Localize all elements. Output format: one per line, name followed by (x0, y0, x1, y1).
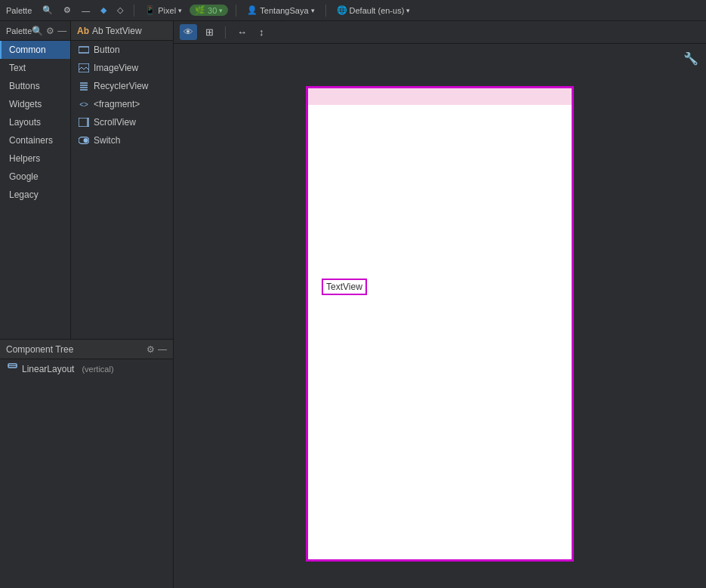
component-tree-title: Component Tree (6, 344, 73, 355)
v-arrows-button[interactable]: ↕ (255, 24, 268, 40)
tree-item-badge: (vertical) (82, 365, 113, 374)
component-item-button[interactable]: Button (71, 41, 173, 59)
component-list-header: Ab Ab TextView (71, 21, 173, 41)
component-item-switch[interactable]: Switch (71, 131, 173, 149)
active-icon: ◆ (100, 5, 106, 15)
screwdriver-icon[interactable]: 🔧 (683, 51, 698, 66)
search-icon: 🔍 (42, 5, 53, 15)
palette-item-layouts[interactable]: Layouts (0, 113, 70, 131)
arrows-v-icon: ↕ (259, 26, 264, 38)
svg-rect-1 (79, 63, 89, 72)
canvas-content: 🔧 TextView (174, 44, 706, 588)
arrows-h-icon: ↔ (237, 26, 247, 38)
recyclerview-icon (79, 81, 89, 91)
palette-item-common[interactable]: Common (0, 41, 70, 59)
palette-item-label: Containers (9, 135, 53, 146)
palette-item-helpers[interactable]: Helpers (0, 149, 70, 168)
fragment-icon: <> (79, 99, 89, 109)
palette-item-legacy[interactable]: Legacy (0, 186, 70, 204)
top-toolbar: Palette 🔍 ⚙ — ◆ ◇ 📱 Pixel ▾ 🌿 30 ▾ 👤 Ten… (0, 0, 706, 21)
account-label: TentangSaya (260, 6, 308, 15)
main-layout: Palette 🔍 ⚙ — Common Text Buttons (0, 21, 706, 588)
right-area: 👁 ⊞ ↔ ↕ 🔧 TextView (174, 21, 706, 588)
eye-icon: 👁 (183, 26, 193, 38)
api-icon: 🌿 (195, 5, 205, 15)
palette-item-label: Common (9, 45, 46, 55)
canvas-toolbar: 👁 ⊞ ↔ ↕ (174, 21, 706, 44)
design-view-button[interactable]: 👁 (180, 24, 197, 40)
active-view-button[interactable]: ◆ (97, 4, 109, 17)
palette-item-label: Widgets (9, 99, 42, 109)
palette-item-widgets[interactable]: Widgets (0, 95, 70, 113)
palette-item-label: Buttons (9, 81, 40, 91)
blueprint-view-button[interactable]: ⊞ (202, 24, 217, 40)
palette-item-label: Google (9, 171, 39, 182)
component-item-label: ImageView (94, 63, 138, 73)
textview-element[interactable]: TextView (322, 279, 367, 295)
palette-gear-icon[interactable]: ⚙ (46, 26, 54, 36)
palette-item-containers[interactable]: Containers (0, 131, 70, 149)
palette-panel: Palette 🔍 ⚙ — Common Text Buttons (0, 21, 71, 339)
tree-gear-icon[interactable]: ⚙ (146, 344, 155, 355)
palette-item-label: Layouts (9, 117, 41, 128)
palette-header-icons: 🔍 ⚙ — (32, 26, 66, 36)
textview-icon: Ab (77, 26, 89, 36)
language-label: Default (en-us) (350, 6, 405, 15)
tree-item-label: LinearLayout (22, 364, 74, 374)
component-item-label: RecyclerView (94, 81, 148, 91)
tree-minus-icon[interactable]: — (158, 344, 167, 355)
device-label: Pixel (158, 6, 176, 15)
canvas-sep (225, 26, 226, 38)
minimize-button[interactable]: — (79, 5, 93, 17)
component-list: Ab Ab TextView Button ImageView (71, 21, 174, 339)
minimize-icon: — (82, 6, 90, 15)
component-item-label: Button (94, 45, 120, 55)
linearlayout-icon (8, 363, 17, 374)
phone-status-bar (308, 88, 572, 105)
component-tree-header: Component Tree ⚙ — (0, 340, 173, 359)
component-item-label: <fragment> (94, 99, 140, 109)
toolbar-sep1 (134, 5, 134, 17)
component-item-scrollview[interactable]: ScrollView (71, 113, 173, 131)
account-selector[interactable]: 👤 TentangSaya ▾ (244, 4, 317, 17)
device-icon: 📱 (145, 5, 156, 15)
left-panels: Palette 🔍 ⚙ — Common Text Buttons (0, 21, 174, 588)
palette-search-icon[interactable]: 🔍 (32, 26, 43, 36)
language-selector[interactable]: 🌐 Default (en-us) ▾ (334, 4, 414, 17)
view-icon: ◇ (117, 5, 123, 15)
palette-label: Palette (6, 6, 32, 15)
h-arrows-button[interactable]: ↔ (233, 24, 251, 40)
component-tree-icons: ⚙ — (146, 344, 167, 355)
palette-item-buttons[interactable]: Buttons (0, 77, 70, 95)
toolbar-sep3 (325, 5, 326, 17)
left-top: Palette 🔍 ⚙ — Common Text Buttons (0, 21, 174, 339)
palette-item-text[interactable]: Text (0, 59, 70, 77)
gear-icon: ⚙ (63, 5, 71, 15)
palette-minimize-icon[interactable]: — (57, 26, 66, 36)
chevron-down-icon: ▾ (406, 7, 410, 14)
component-tree-panel: Component Tree ⚙ — LinearLayout (vertica… (0, 339, 174, 588)
chevron-down-icon: ▾ (219, 7, 223, 14)
component-item-recyclerview[interactable]: RecyclerView (71, 77, 173, 95)
imageview-icon (79, 63, 89, 73)
device-selector[interactable]: 📱 Pixel ▾ (142, 4, 185, 17)
language-icon: 🌐 (337, 5, 347, 15)
palette-item-google[interactable]: Google (0, 168, 70, 186)
component-list-title: Ab TextView (92, 26, 142, 36)
gear-button[interactable]: ⚙ (60, 4, 74, 17)
alt-view-button[interactable]: ◇ (114, 4, 126, 17)
component-item-fragment[interactable]: <> <fragment> (71, 95, 173, 113)
component-item-label: Switch (94, 135, 120, 146)
scrollview-icon (79, 117, 89, 128)
component-item-imageview[interactable]: ImageView (71, 59, 173, 77)
api-label: 30 (208, 6, 217, 15)
palette-header: Palette 🔍 ⚙ — (0, 21, 70, 41)
tree-item-linearlayout[interactable]: LinearLayout (vertical) (0, 359, 173, 378)
palette-item-label: Text (9, 63, 26, 73)
api-badge[interactable]: 🌿 30 ▾ (190, 5, 228, 16)
search-button[interactable]: 🔍 (39, 4, 56, 17)
palette-item-label: Helpers (9, 153, 40, 164)
button-icon (79, 45, 89, 55)
phone-mockup: TextView (306, 86, 574, 562)
palette-title: Palette (6, 26, 32, 35)
